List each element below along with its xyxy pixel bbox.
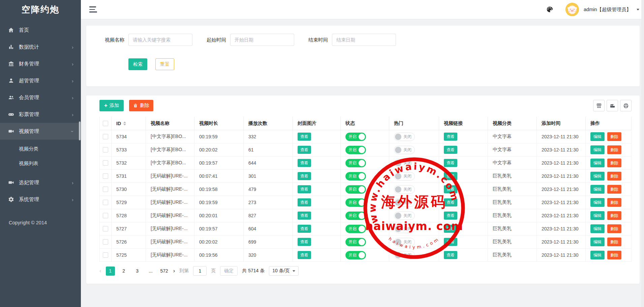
edit-button[interactable]: 编辑	[590, 211, 605, 220]
sidebar-item-concubine[interactable]: 选妃管理›	[0, 174, 81, 191]
status-toggle-on[interactable]: 开启	[345, 172, 366, 180]
status-toggle-on[interactable]: 开启	[345, 198, 366, 207]
status-toggle-on[interactable]: 开启	[345, 251, 366, 259]
cover-view-button[interactable]: 查看	[298, 212, 311, 220]
hot-toggle-off[interactable]: 关闭	[394, 185, 415, 194]
edit-button[interactable]: 编辑	[590, 145, 605, 154]
print-button[interactable]	[620, 100, 632, 111]
cover-view-button[interactable]: 查看	[298, 225, 311, 233]
sidebar-item-lottery[interactable]: 彩票管理›	[0, 106, 81, 123]
video-name-input[interactable]	[128, 34, 192, 46]
hot-toggle-off[interactable]: 关闭	[394, 225, 415, 233]
status-toggle-on[interactable]: 开启	[345, 238, 366, 246]
user-avatar[interactable]	[565, 3, 579, 16]
row-checkbox[interactable]	[103, 134, 108, 139]
row-checkbox[interactable]	[103, 252, 108, 258]
edit-button[interactable]: 编辑	[590, 251, 605, 259]
sidebar-item-system[interactable]: 系统管理›	[0, 191, 81, 208]
row-checkbox[interactable]	[103, 226, 108, 231]
cover-view-button[interactable]: 查看	[298, 133, 311, 141]
username-label[interactable]: admin【超级管理员】	[584, 6, 631, 13]
hot-toggle-off[interactable]: 关闭	[394, 212, 415, 220]
link-view-button[interactable]: 查看	[444, 225, 457, 233]
edit-button[interactable]: 编辑	[590, 185, 605, 194]
status-toggle-on[interactable]: 开启	[345, 133, 366, 141]
sidebar-subitem-video-category[interactable]: 视频分类	[0, 142, 81, 156]
page-number-2[interactable]: 2	[119, 267, 128, 276]
window-scrollbar[interactable]	[641, 0, 644, 307]
cover-view-button[interactable]: 查看	[298, 172, 311, 180]
sidebar-scrollbar-thumb[interactable]	[79, 121, 81, 140]
hot-toggle-off[interactable]: 关闭	[394, 133, 415, 141]
cover-view-button[interactable]: 查看	[298, 238, 311, 246]
cover-view-button[interactable]: 查看	[298, 198, 311, 206]
goto-confirm-button[interactable]: 确定	[220, 266, 238, 276]
row-checkbox[interactable]	[103, 239, 108, 245]
edit-button[interactable]: 编辑	[590, 224, 605, 233]
link-view-button[interactable]: 查看	[444, 212, 457, 220]
row-delete-button[interactable]: 删除	[607, 172, 621, 180]
sidebar-subitem-video-list[interactable]: 视频列表	[0, 156, 81, 171]
hot-toggle-off[interactable]: 关闭	[394, 159, 415, 167]
link-view-button[interactable]: 查看	[444, 198, 457, 206]
row-delete-button[interactable]: 删除	[607, 159, 621, 167]
link-view-button[interactable]: 查看	[444, 159, 457, 167]
hot-toggle-off[interactable]: 关闭	[394, 198, 415, 207]
sidebar-item-stats[interactable]: 数据统计›	[0, 38, 81, 55]
status-toggle-on[interactable]: 开启	[345, 185, 366, 194]
prev-page-button[interactable]: ‹	[99, 268, 101, 274]
goto-page-input[interactable]	[193, 266, 207, 276]
link-view-button[interactable]: 查看	[444, 146, 457, 154]
export-button[interactable]	[607, 100, 618, 111]
sidebar-item-members[interactable]: 会员管理›	[0, 89, 81, 106]
row-delete-button[interactable]: 删除	[607, 224, 621, 233]
edit-button[interactable]: 编辑	[590, 198, 605, 207]
sidebar-item-home[interactable]: 首页	[0, 22, 81, 38]
select-all-checkbox[interactable]	[103, 121, 108, 126]
cover-view-button[interactable]: 查看	[298, 185, 311, 193]
row-checkbox[interactable]	[103, 147, 108, 152]
edit-button[interactable]: 编辑	[590, 159, 605, 167]
cover-view-button[interactable]: 查看	[298, 251, 311, 259]
row-delete-button[interactable]: 删除	[607, 185, 621, 194]
row-delete-button[interactable]: 删除	[607, 145, 621, 154]
sort-icon[interactable]	[123, 121, 126, 125]
status-toggle-on[interactable]: 开启	[345, 146, 366, 154]
row-delete-button[interactable]: 删除	[607, 132, 621, 141]
add-button[interactable]: + 添加	[99, 100, 124, 111]
row-delete-button[interactable]: 删除	[607, 198, 621, 207]
edit-button[interactable]: 编辑	[590, 132, 605, 141]
link-view-button[interactable]: 查看	[444, 133, 457, 141]
sidebar-item-finance[interactable]: 财务管理›	[0, 55, 81, 72]
row-delete-button[interactable]: 删除	[607, 238, 621, 246]
page-number-1[interactable]: 1	[106, 267, 115, 276]
sidebar-item-super-admin[interactable]: 超管管理›	[0, 72, 81, 89]
reset-button[interactable]: 重置	[155, 58, 174, 70]
row-delete-button[interactable]: 删除	[607, 211, 621, 220]
hot-toggle-off[interactable]: 关闭	[394, 172, 415, 180]
sidebar-item-video[interactable]: 视频管理›	[0, 123, 81, 140]
row-delete-button[interactable]: 删除	[607, 251, 621, 259]
delete-button[interactable]: 删除	[129, 100, 153, 111]
link-view-button[interactable]: 查看	[444, 251, 457, 259]
link-view-button[interactable]: 查看	[444, 185, 457, 193]
hot-toggle-off[interactable]: 关闭	[394, 146, 415, 154]
next-page-button[interactable]: ›	[173, 268, 175, 274]
link-view-button[interactable]: 查看	[444, 238, 457, 246]
search-button[interactable]: 检索	[128, 58, 147, 70]
status-toggle-on[interactable]: 开启	[345, 159, 366, 167]
cover-view-button[interactable]: 查看	[298, 159, 311, 167]
menu-toggle-icon[interactable]	[89, 6, 97, 12]
theme-palette-icon[interactable]	[545, 4, 555, 15]
row-checkbox[interactable]	[103, 173, 108, 179]
hot-toggle-off[interactable]: 关闭	[394, 251, 415, 259]
start-date-input[interactable]	[230, 34, 294, 46]
cover-view-button[interactable]: 查看	[298, 146, 311, 154]
columns-filter-button[interactable]	[593, 100, 605, 111]
page-size-select[interactable]: 10 条/页	[269, 266, 298, 276]
row-checkbox[interactable]	[103, 187, 108, 192]
user-menu-caret-icon[interactable]	[637, 9, 639, 10]
row-checkbox[interactable]	[103, 160, 108, 166]
link-view-button[interactable]: 查看	[444, 172, 457, 180]
hot-toggle-off[interactable]: 关闭	[394, 238, 415, 246]
